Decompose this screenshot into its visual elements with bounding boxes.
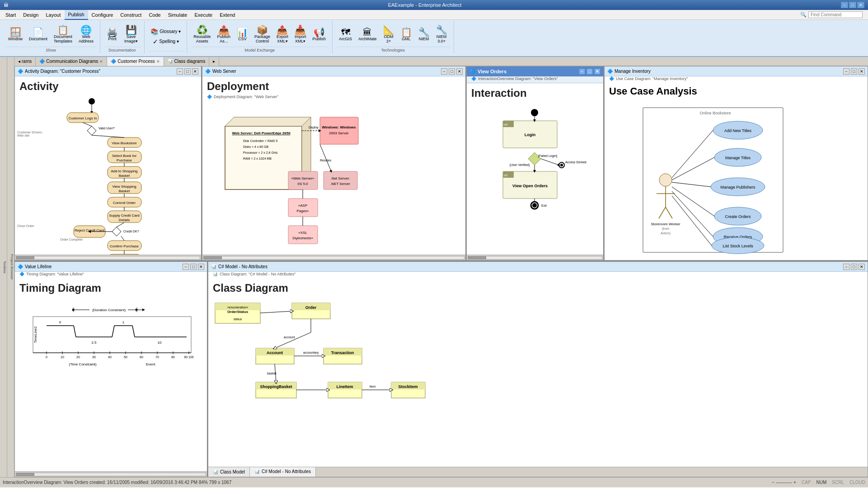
svg-text:Actors): Actors) <box>661 232 671 235</box>
activity-scroll[interactable] <box>15 255 201 260</box>
menu-design[interactable]: Design <box>19 10 42 20</box>
panel6-float[interactable]: □ <box>851 264 857 270</box>
tab-customer-process[interactable]: 🔷 Customer Process ✕ <box>107 57 164 66</box>
panel2-close[interactable]: ✕ <box>456 68 463 75</box>
svg-text:Resides: Resides <box>320 159 332 162</box>
panel5-close[interactable]: ✕ <box>198 264 204 270</box>
tab-rams[interactable]: ◂ rams <box>14 57 36 66</box>
find-command-input[interactable] <box>808 11 863 18</box>
timing-scroll[interactable] <box>15 471 207 477</box>
interaction-scroll[interactable] <box>467 255 603 260</box>
web-address-button[interactable]: 🌐 WebAddress <box>76 24 96 45</box>
panel6-close[interactable]: ✕ <box>859 264 865 270</box>
tab-communication-diagrams[interactable]: 🔷 Communication Diagrams ✕ <box>36 57 107 66</box>
panel3-float[interactable]: □ <box>586 68 593 75</box>
interaction-diagram-title: Interaction <box>467 83 603 101</box>
archimate-icon: 🏛 <box>363 28 372 37</box>
view-orders-title: View Orders <box>478 69 507 74</box>
timing-diagram-panel: 🔷 Value Lifeline − □ ✕ 🔷 Timing Diagram:… <box>14 261 208 477</box>
svg-line-95 <box>659 207 666 218</box>
publish-button[interactable]: 📢 Publish <box>310 26 328 43</box>
maximize-button[interactable]: □ <box>849 2 856 8</box>
svg-marker-30 <box>225 117 311 126</box>
publish-icon: 📢 <box>314 28 325 37</box>
cloud-indicator: CLOUD <box>849 480 865 485</box>
spelling-button[interactable]: ✓ Spelling ▾ <box>150 37 181 46</box>
zoom-minus[interactable]: − <box>772 480 774 485</box>
panel4-minimize[interactable]: − <box>843 68 849 75</box>
menu-configure[interactable]: Configure <box>88 10 117 20</box>
svg-text:2.5: 2.5 <box>91 341 97 345</box>
close-button[interactable]: ✕ <box>857 2 864 8</box>
panel2-minimize[interactable]: − <box>441 68 447 75</box>
svg-text:20: 20 <box>76 355 80 359</box>
svg-text:60: 60 <box>140 355 143 359</box>
print-button[interactable]: 🖨️ Print <box>104 26 121 43</box>
tab-cp-close[interactable]: ✕ <box>156 59 160 64</box>
menu-simulate[interactable]: Simulate <box>164 10 191 20</box>
minimize-button[interactable]: – <box>841 2 848 8</box>
panel4-close[interactable]: ✕ <box>859 68 865 75</box>
svg-text:Customer Logs In: Customer Logs In <box>68 116 97 120</box>
import-xml-button[interactable]: 📥 ImportXML▾ <box>292 24 309 45</box>
export-xml-icon: 📤 <box>277 25 288 34</box>
gis-button[interactable]: 🗺 ArcGIS <box>336 26 355 43</box>
reusable-assets-button[interactable]: ♻️ ReusableAssets <box>191 24 213 45</box>
document-templates-button[interactable]: 📋 DocumentTemplates <box>51 24 75 45</box>
glossary-button[interactable]: 📚 Glossary ▾ <box>148 27 183 36</box>
panel2-float[interactable]: □ <box>449 68 455 75</box>
niem3-button[interactable]: 🔧 NIEM3.0+ <box>433 24 450 45</box>
package-control-button[interactable]: 📦 PackageControl <box>252 24 273 45</box>
tab-comm-close[interactable]: ✕ <box>99 59 103 64</box>
deployment-scroll[interactable] <box>202 255 465 260</box>
svg-point-57 <box>531 109 538 116</box>
niem-icon: 🔧 <box>418 28 430 37</box>
document-button[interactable]: 📄 Document <box>26 26 50 43</box>
save-image-button[interactable]: 💾 SaveImage▾ <box>122 24 141 45</box>
menu-extend[interactable]: Extend <box>216 10 239 20</box>
menu-layout[interactable]: Layout <box>42 10 64 20</box>
export-xml-button[interactable]: 📤 ExportXML▾ <box>274 24 291 45</box>
panel5-minimize[interactable]: − <box>183 264 189 270</box>
odm-button[interactable]: 📐 ODM2+ <box>380 24 397 45</box>
activity-diagram-svg: Customer Logs In Valid User? View Bookst… <box>24 92 196 255</box>
panel6-minimize[interactable]: − <box>843 264 849 270</box>
deployment-subtitle: 🔷 Deployment Diagram: "Web Server" <box>202 95 465 101</box>
svg-text:10: 10 <box>158 341 162 345</box>
menu-start[interactable]: Start <box>2 10 19 20</box>
svg-text:Pages»: Pages» <box>296 209 309 213</box>
panel5-float[interactable]: □ <box>190 264 197 270</box>
window-button[interactable]: 🪟 Window <box>5 26 25 43</box>
svg-line-53 <box>320 144 331 171</box>
panel1-float[interactable]: □ <box>184 68 191 75</box>
zoom-slider[interactable]: ———— <box>776 480 792 485</box>
publish-as-button[interactable]: 📤 PublishAs... <box>214 24 233 45</box>
panel1-close[interactable]: ✕ <box>192 68 198 75</box>
timing-header-icon: 🔷 <box>18 264 23 269</box>
gml-button[interactable]: 📋 GML <box>398 26 415 43</box>
svg-text:2003 Server: 2003 Server <box>329 131 349 135</box>
csv-button[interactable]: 📊 CSV <box>234 26 251 43</box>
svg-text:Select Book for: Select Book for <box>112 154 137 158</box>
tab-cs-model[interactable]: 📊 C# Model - No Attributes <box>250 467 316 477</box>
panel4-float[interactable]: □ <box>851 68 857 75</box>
menu-construct[interactable]: Construct <box>117 10 145 20</box>
tab-nav-right[interactable]: ▸ <box>209 57 219 66</box>
archimate-button[interactable]: 🏛 ArchiMate <box>356 26 380 43</box>
niem-button[interactable]: 🔧 NIEM <box>416 26 432 43</box>
tab-class-model[interactable]: 📊 Class Model <box>208 467 250 477</box>
num-indicator: NUM <box>816 480 827 485</box>
menu-execute[interactable]: Execute <box>191 10 216 20</box>
menu-code[interactable]: Code <box>145 10 164 20</box>
niem3-icon: 🔧 <box>436 25 447 34</box>
panel3-close[interactable]: ✕ <box>594 68 601 75</box>
panel1-minimize[interactable]: − <box>177 68 183 75</box>
tab-class-diagrams[interactable]: 📊 Class diagrams <box>164 57 210 66</box>
panel3-minimize[interactable]: − <box>579 68 585 75</box>
usecase-header: 🔷 Manage Inventory − □ ✕ <box>605 66 868 76</box>
top-diagrams-row: 🔷 Activity Diagram: "Customer Process" −… <box>14 66 868 261</box>
zoom-plus[interactable]: + <box>793 480 796 485</box>
menu-publish[interactable]: Publish <box>65 10 88 20</box>
svg-text:View Bookstore: View Bookstore <box>112 141 137 145</box>
project-browser-tab[interactable]: Project Browser <box>7 57 14 477</box>
